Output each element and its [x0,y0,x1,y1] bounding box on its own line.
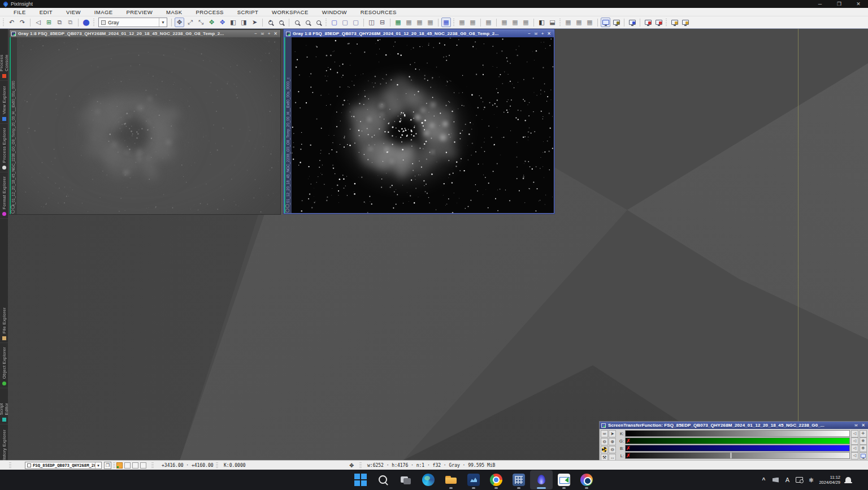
statusbar-grip[interactable] [151,462,154,469]
menu-view[interactable]: VIEW [59,8,88,16]
zoom-button[interactable]: + [541,31,544,36]
g-channel-target-icon[interactable]: ⊕ [860,437,867,445]
zoom-out-button[interactable]: − [276,18,286,27]
task-view-button[interactable] [394,470,417,489]
image-current-button[interactable]: ▦ [441,18,451,27]
mask-invert-button[interactable]: ▦ [521,18,531,27]
dock-tab-view-explorer[interactable]: View Explorer [0,81,8,124]
channel-gradient-slider[interactable]: ✗ [625,445,850,452]
image-prev-button[interactable]: ▦ [415,18,424,27]
file-explorer-button[interactable] [440,470,462,489]
stf-clear-red-a-button[interactable] [643,18,653,27]
split-horizontal-button[interactable]: ◫ [367,18,376,27]
stf-toggle-button[interactable] [601,18,610,27]
stf-close-button[interactable]: ✕ [861,423,865,428]
image-window-stretched[interactable]: Gray 1:8 FSQ_85EDP_QB073_QHY268M_2024_01… [284,29,554,214]
zoom-1-1-button[interactable] [292,18,302,27]
image-canvas-stretched[interactable] [292,37,554,213]
tray-pen-icon[interactable] [771,478,779,483]
mask-a-button[interactable]: ▦ [563,18,573,27]
minimize-button[interactable]: ─ [810,0,830,8]
tray-display-icon[interactable] [795,477,803,483]
link-rgb-icon[interactable]: ∞ [601,430,608,437]
menu-process[interactable]: PROCESS [189,8,231,16]
channel-disabled-icon[interactable]: ✗ [626,445,631,452]
maximize-button[interactable]: ❐ [830,0,849,8]
statusbar-grip[interactable] [113,462,115,469]
mask-select-button[interactable]: ▦ [500,18,509,27]
dock-tab-process-console[interactable]: Process Console [0,34,8,81]
duplicate-image-button[interactable]: ⧉ [55,18,64,27]
channel-disabled-icon[interactable]: ✗ [626,453,631,459]
select-mode-button[interactable]: ➤ [250,18,259,27]
image-edit-button[interactable]: ▦ [404,18,414,27]
image-close-button[interactable]: ▦ [484,18,493,27]
menu-workspace[interactable]: WORKSPACE [265,8,315,16]
iconize-button[interactable]: − [254,31,257,36]
chrome-button[interactable] [485,470,507,489]
dock-tab-format-explorer[interactable]: Format Explorer [0,172,8,219]
stf-store-button[interactable] [611,18,621,27]
detach-view-button[interactable]: ❐ [104,462,111,469]
dock-tab-file-explorer[interactable]: File Explorer [0,305,8,343]
mask-show-button[interactable]: ◧ [537,18,546,27]
mask-overlay-button[interactable]: ⬓ [548,18,557,27]
menu-preview[interactable]: PREVIEW [119,8,159,16]
mask-c-button[interactable]: ▦ [585,18,594,27]
new-image-button[interactable]: ⊞ [44,18,54,27]
channel-disabled-icon[interactable]: ✗ [626,438,631,444]
zoom-fit-window-button[interactable]: ⤢ [185,18,195,27]
lut-enable-button[interactable] [627,18,637,27]
tray-settings-icon[interactable]: ✻ [807,477,815,483]
menu-file[interactable]: FILE [7,8,33,16]
clone-stamp-button[interactable]: ⬤ [81,18,91,27]
center-mode-button[interactable]: ✥ [218,18,227,27]
l-channel-display-icon[interactable] [860,452,867,459]
zoom-fit-view-button[interactable]: ⤡ [196,18,206,27]
image-new-button[interactable]: ▦ [393,18,403,27]
zoom-reset-icon[interactable]: ⊖ [609,446,616,453]
workspace-1-button[interactable] [116,462,123,469]
shade-button[interactable]: ≍ [261,31,264,36]
image-canvas-linear[interactable] [17,37,280,214]
menu-window[interactable]: WINDOW [315,8,354,16]
stf-shade-button[interactable]: ≍ [854,423,858,428]
shade-button[interactable]: ≍ [534,31,538,36]
toolbar-grip[interactable] [2,19,5,27]
image-window-stretched-titlebar[interactable]: Gray 1:8 FSQ_85EDP_QB073_QHY268M_2024_01… [284,30,554,37]
split-vertical-button[interactable]: ⊟ [377,18,387,27]
workspace-2-button[interactable] [124,462,131,469]
image-window-linear-titlebar[interactable]: Gray 1:8 FSQ_85EDP_QB073_QHY268M_2024_01… [10,30,280,37]
midtone-marker[interactable] [731,453,731,458]
image-window-side-panel[interactable]: _01_12_20_18_45_NGC_2238_G0_O8_Temp_20_0… [284,37,292,213]
pan-mode-button[interactable]: ✥ [175,18,184,27]
mask-enable-button[interactable]: ▦ [510,18,520,27]
start-button[interactable] [349,470,372,489]
undo-button[interactable]: ↶ [7,18,16,27]
process-console-button[interactable]: ◁ [33,18,43,27]
channel-readout-icon[interactable]: ◁ [851,452,858,459]
chevron-down-icon[interactable]: ▼ [95,462,101,469]
mask-b-button[interactable]: ▦ [574,18,584,27]
close-window-button[interactable]: ✕ [547,31,551,36]
calculator-button[interactable] [507,470,530,489]
tray-notifications-bell-icon[interactable] [844,477,852,483]
channel-gradient-slider[interactable]: ✗ [625,437,850,444]
image-shade-button[interactable]: ▦ [468,18,478,27]
statusbar-grip[interactable] [216,462,218,469]
b-channel-target-icon[interactable]: ⊕ [860,445,867,452]
delete-preview-button[interactable]: ▢ [351,18,361,27]
zoom-in-button[interactable]: + [266,18,275,27]
k-channel-target-icon[interactable]: ✛ [860,430,867,437]
edit-preview-button[interactable]: ▢ [340,18,350,27]
channel-gradient-slider[interactable]: ✗ [625,452,850,459]
tray-widgets-icon[interactable] [856,475,866,485]
menu-script[interactable]: SCRIPT [231,8,265,16]
new-preview-button[interactable]: ▢ [329,18,339,27]
close-window-button[interactable]: ✕ [274,31,277,36]
statusbar-grip[interactable] [359,462,362,469]
stf-edit-b-button[interactable] [680,18,690,27]
channel-readout-icon[interactable]: ◁ [851,445,858,452]
menu-image[interactable]: IMAGE [88,8,120,16]
image-iconize-button[interactable]: ▦ [457,18,467,27]
